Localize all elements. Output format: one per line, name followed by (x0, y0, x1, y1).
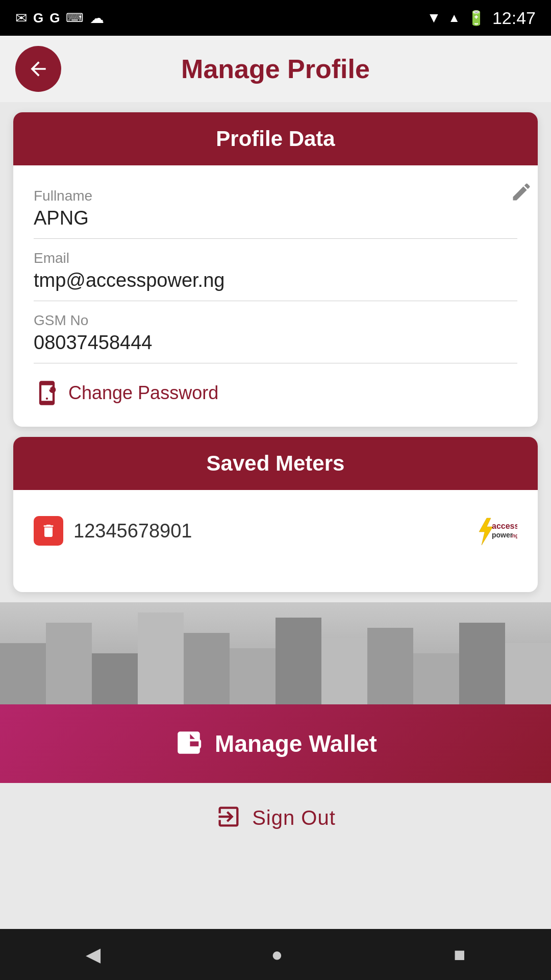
email-label: Email (34, 250, 517, 266)
fullname-field: Fullname APNG (34, 181, 517, 239)
access-power-logo: access power .ng (471, 516, 517, 546)
wifi-icon: ▼ (427, 10, 441, 26)
saved-meters-body: 12345678901 access power .ng (13, 490, 538, 592)
svg-marker-1 (479, 518, 493, 545)
logo-svg: access power .ng (471, 516, 517, 546)
edit-icon-button[interactable] (510, 181, 533, 205)
fullname-label: Fullname (34, 188, 517, 204)
signal-icon: ▲ (448, 11, 460, 25)
main-content: Profile Data Fullname APNG Email tmp@acc… (0, 102, 551, 602)
nav-recent-button[interactable]: ■ (434, 939, 486, 971)
profile-data-card: Profile Data Fullname APNG Email tmp@acc… (13, 112, 538, 427)
wallet-icon (174, 728, 204, 760)
svg-text:access: access (492, 522, 517, 530)
battery-icon: 🔋 (467, 10, 485, 27)
gmail-icon: ✉ (15, 10, 27, 27)
gsm-value: 08037458444 (34, 332, 517, 354)
profile-card-body: Fullname APNG Email tmp@accesspower.ng G… (13, 165, 538, 427)
status-icons: ✉ G G ⌨ ☁ (15, 10, 104, 27)
profile-card-header: Profile Data (13, 112, 538, 165)
email-value: tmp@accesspower.ng (34, 270, 517, 291)
buildings (0, 602, 551, 704)
email-field: Email tmp@accesspower.ng (34, 243, 517, 301)
saved-meters-title: Saved Meters (207, 451, 345, 475)
delete-meter-button[interactable] (34, 516, 63, 546)
change-password-button[interactable]: Change Password (34, 368, 517, 411)
keyboard-icon: ⌨ (66, 11, 84, 25)
google2-icon: G (49, 10, 60, 26)
background-scene (0, 602, 551, 704)
fullname-value: APNG (34, 207, 517, 229)
sign-out-section[interactable]: Sign Out (0, 783, 551, 852)
svg-text:power: power (492, 531, 513, 539)
svg-text:.ng: .ng (511, 533, 517, 538)
manage-wallet-label: Manage Wallet (215, 730, 377, 757)
change-password-label: Change Password (68, 382, 218, 404)
profile-card-title: Profile Data (216, 127, 335, 151)
sign-out-label: Sign Out (252, 806, 336, 829)
status-right-icons: ▼ ▲ 🔋 12:47 (427, 8, 536, 28)
android-nav-bar: ◀ ● ■ (0, 929, 551, 980)
top-nav: Manage Profile (0, 36, 551, 102)
nav-home-button[interactable]: ● (251, 939, 304, 971)
meter-number: 12345678901 (73, 520, 461, 542)
gsm-label: GSM No (34, 312, 517, 329)
google-icon: G (33, 10, 43, 26)
page-title: Manage Profile (181, 54, 370, 84)
status-time: 12:47 (492, 8, 536, 28)
manage-wallet-button[interactable]: Manage Wallet (0, 704, 551, 783)
back-button[interactable] (15, 46, 61, 92)
nav-back-button[interactable]: ◀ (65, 938, 121, 971)
meter-row: 12345678901 access power .ng (34, 505, 517, 556)
cloud-icon: ☁ (90, 10, 104, 27)
sign-out-icon (215, 803, 242, 832)
saved-meters-header: Saved Meters (13, 437, 538, 490)
gsm-field: GSM No 08037458444 (34, 305, 517, 363)
saved-meters-card: Saved Meters 12345678901 access power (13, 437, 538, 592)
status-bar: ✉ G G ⌨ ☁ ▼ ▲ 🔋 12:47 (0, 0, 551, 36)
